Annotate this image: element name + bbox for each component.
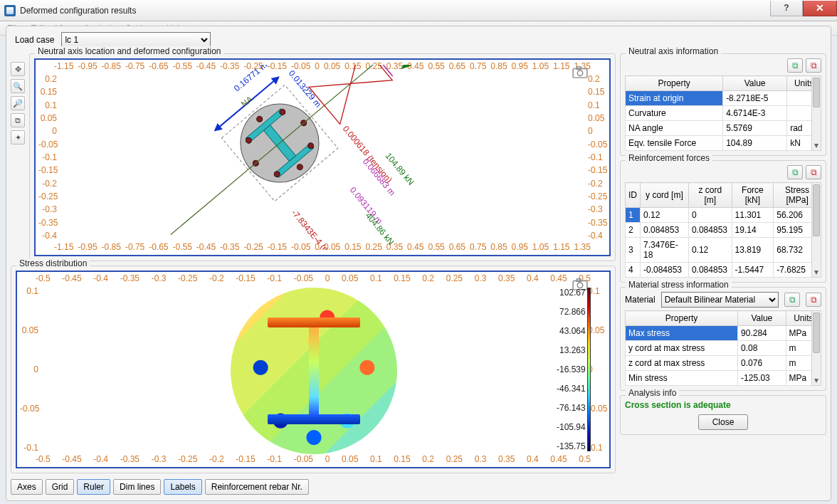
bottom-plot-title: Stress distribution — [16, 258, 90, 268]
material-label: Material — [625, 295, 656, 305]
mat-table: PropertyValueUnits Max stress90.284MPa y… — [625, 310, 821, 386]
main-panel: Load case lc 1 ✥ 🔍 🔎 ⧉ ✦ Neutral axis lo… — [6, 26, 831, 501]
svg-marker-20 — [335, 65, 392, 102]
camera-icon[interactable] — [572, 65, 588, 80]
na-info-title: Neutral axis information — [626, 46, 721, 56]
view-option-reinforcement-rebar-nr-[interactable]: Reinforcement rebar Nr. — [205, 479, 309, 495]
ruler-left: 0.20.150.10.050-0.05-0.1-0.15-0.2-0.25-0… — [38, 74, 57, 241]
titlebar: Deformed configuration results ? ✕ — [0, 0, 837, 21]
view-option-ruler[interactable]: Ruler — [77, 479, 110, 495]
na-info-table: PropertyValueUnits Strain at origin-8.27… — [625, 75, 821, 151]
ruler-left: 0.10.050-0.05-0.1 — [20, 286, 38, 453]
export-table-icon[interactable]: ⧉ — [806, 58, 821, 73]
scrollbar[interactable]: ▴▾ — [811, 75, 821, 151]
copy-table-icon[interactable]: ⧉ — [787, 58, 803, 73]
copy-table-icon[interactable]: ⧉ — [784, 293, 800, 307]
colorbar: 102.6772.86643.06413.263-16.539-46.341-7… — [557, 288, 591, 451]
svg-rect-2 — [577, 67, 581, 70]
rf-title: Reinforcement forces — [626, 153, 712, 163]
top-plot[interactable]: -1.15-0.95-0.85-0.75-0.65-0.55-0.45-0.35… — [34, 58, 611, 256]
view-option-grid[interactable]: Grid — [46, 479, 75, 495]
loadcase-select[interactable]: lc 1 — [61, 32, 211, 48]
copy-table-icon[interactable]: ⧉ — [787, 165, 803, 179]
svg-rect-39 — [577, 279, 581, 282]
svg-text:0.013229 m: 0.013229 m — [287, 68, 323, 110]
plot-toolbar: ✥ 🔍 🔎 ⧉ ✦ — [11, 52, 28, 261]
scrollbar[interactable]: ▴▾ — [811, 182, 821, 278]
view-option-dim-lines[interactable]: Dim lines — [113, 479, 161, 495]
material-select[interactable]: Default Bilinear Material — [661, 292, 779, 308]
window-title: Deformed configuration results — [20, 6, 770, 16]
stress-heatmap — [231, 288, 397, 454]
analysis-title: Analysis info — [626, 388, 679, 398]
view-options-toolbar: AxesGridRulerDim linesLabelsReinforcemen… — [11, 479, 616, 495]
view-option-labels[interactable]: Labels — [164, 479, 201, 495]
svg-text:NA: NA — [239, 94, 255, 109]
export-table-icon[interactable]: ⧉ — [806, 293, 821, 307]
ruler-top: -0.5-0.45-0.4-0.35-0.3-0.25-0.2-0.15-0.1… — [36, 273, 591, 285]
svg-marker-25 — [401, 65, 410, 70]
analysis-status: Cross section is adequate — [625, 400, 821, 410]
mat-title: Material stress information — [626, 280, 732, 290]
top-plot-title: Neutral axis location and deformed confi… — [35, 46, 223, 56]
window-close-button[interactable]: ✕ — [803, 1, 837, 16]
zoom-in-button[interactable]: 🔍 — [11, 79, 25, 93]
ibeam-overlay — [268, 317, 360, 424]
bottom-plot[interactable]: -0.5-0.45-0.4-0.35-0.3-0.25-0.2-0.15-0.1… — [16, 271, 611, 468]
ruler-right: 0.20.150.10.050-0.05-0.1-0.15-0.2-0.25-0… — [588, 74, 606, 241]
scrollbar[interactable]: ▴▾ — [811, 310, 821, 386]
loadcase-label: Load case — [15, 35, 54, 45]
close-button[interactable]: Close — [698, 414, 748, 430]
help-button[interactable]: ? — [770, 1, 803, 16]
zoom-out-button[interactable]: 🔎 — [11, 96, 25, 110]
select-tool-button[interactable]: ⧉ — [11, 113, 25, 127]
cross-section-diagram: 0.16771 m 0.013229 m NA 0.000618 (tensio… — [137, 65, 507, 250]
ruler-bottom: -0.5-0.45-0.4-0.35-0.3-0.25-0.2-0.15-0.1… — [36, 454, 591, 466]
export-table-icon[interactable]: ⧉ — [806, 165, 821, 179]
svg-point-1 — [577, 70, 583, 76]
app-icon — [4, 5, 16, 16]
svg-text:-7.8343E-4 (compression): -7.8343E-4 (compression) — [290, 208, 361, 250]
settings-tool-button[interactable]: ✦ — [11, 130, 25, 145]
view-option-axes[interactable]: Axes — [11, 479, 43, 495]
rf-table: IDy cord [m]z cord [m]Force [kN]Stress [… — [625, 182, 821, 278]
pan-tool-button[interactable]: ✥ — [11, 62, 25, 76]
